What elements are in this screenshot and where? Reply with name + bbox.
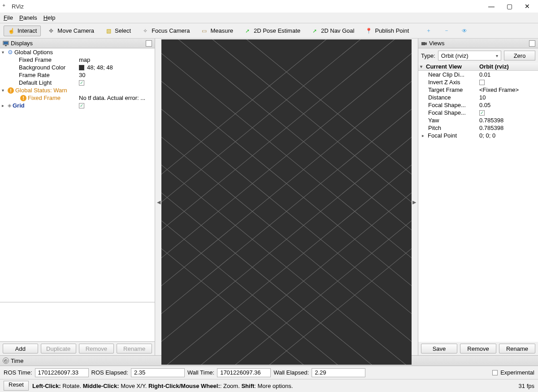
grid-mesh-icon: ◈	[8, 103, 11, 108]
maximize-button[interactable]: ▢	[500, 0, 518, 13]
eye-icon: 👁	[461, 27, 468, 34]
pin-icon: 📍	[365, 27, 372, 34]
gear-icon: ⚙	[8, 49, 13, 56]
svg-line-17	[161, 39, 412, 253]
save-view-button[interactable]: Save	[421, 344, 457, 353]
time-row: ROS Time: ROS Elapsed: Wall Time: Wall E…	[0, 366, 538, 379]
monitor-icon	[3, 40, 9, 47]
toolbar: ☝ Interact ✥ Move Camera ▧ Select ✧ Focu…	[0, 23, 538, 39]
frame-rate-value[interactable]: 30	[77, 71, 155, 79]
tool-publish-point[interactable]: 📍 Publish Point	[361, 26, 413, 36]
experimental-checkbox[interactable]	[492, 370, 498, 375]
svg-line-15	[161, 58, 412, 309]
chevron-down-icon: ▾	[496, 53, 498, 58]
tool-select[interactable]: ▧ Select	[101, 26, 135, 36]
menu-help[interactable]: Help	[43, 14, 56, 21]
fps-counter: 31 fps	[519, 383, 534, 389]
svg-line-8	[161, 39, 412, 198]
wall-time-input[interactable]	[217, 368, 271, 377]
close-button[interactable]: ✕	[518, 0, 536, 13]
focus-icon: ✧	[142, 27, 149, 34]
tool-focus-camera[interactable]: ✧ Focus Camera	[138, 26, 194, 36]
camera-icon	[421, 40, 427, 47]
default-light-checkbox[interactable]: ✓	[79, 80, 84, 86]
svg-line-20	[161, 114, 412, 365]
panel-float-toggle[interactable]	[529, 40, 535, 47]
menu-panels[interactable]: Panels	[19, 14, 37, 21]
duplicate-button[interactable]: Duplicate	[41, 344, 76, 353]
minimize-button[interactable]: —	[482, 0, 500, 13]
focal-size-value[interactable]: 0.05	[477, 101, 538, 109]
distance-value[interactable]: 10	[477, 94, 538, 101]
zero-button[interactable]: Zero	[504, 51, 535, 60]
remove-view-button[interactable]: Remove	[460, 344, 496, 353]
ruler-icon: ▭	[200, 27, 208, 34]
displays-tree[interactable]: ▾⚙Global Options Fixed Frame map Backgro…	[0, 48, 155, 302]
tool-add-display[interactable]: ＋	[421, 26, 436, 36]
add-button[interactable]: Add	[3, 344, 38, 353]
window-title: RViz	[12, 3, 482, 10]
ros-time-input[interactable]	[35, 368, 89, 377]
tree-expand-icon[interactable]: ▸	[422, 133, 426, 138]
move-icon: ✥	[48, 27, 55, 34]
status-hint: Left-Click: Rotate. Middle-Click: Move X…	[32, 383, 293, 389]
select-icon: ▧	[105, 27, 112, 34]
svg-line-6	[161, 39, 412, 253]
3d-viewport[interactable]	[161, 39, 412, 365]
near-clip-value[interactable]: 0.01	[477, 71, 538, 78]
warn-icon: !	[20, 95, 26, 101]
experimental-label: Experimental	[500, 369, 534, 376]
menu-file[interactable]: File	[4, 14, 13, 21]
wall-elapsed-label: Wall Elapsed:	[273, 369, 309, 376]
tree-expand-icon[interactable]: ▸	[2, 103, 6, 108]
right-splitter-handle[interactable]: ▶	[412, 39, 417, 365]
tool-visibility[interactable]: 👁	[457, 26, 472, 36]
displays-panel-header[interactable]: Displays	[0, 39, 155, 48]
status-bar: Reset Left-Click: Rotate. Middle-Click: …	[0, 379, 538, 392]
remove-button[interactable]: Remove	[79, 344, 114, 353]
tool-remove-display[interactable]: －	[439, 26, 454, 36]
views-tree[interactable]: ▾Current View Orbit (rviz) Near Clip Di.…	[418, 63, 538, 342]
svg-line-23	[161, 198, 412, 365]
menu-bar: File Panels Help	[0, 13, 538, 23]
wall-elapsed-input[interactable]	[312, 368, 365, 377]
window-titlebar: ✦ RViz — ▢ ✕	[0, 0, 538, 13]
ros-elapsed-input[interactable]	[131, 368, 185, 377]
focal-fixed-checkbox[interactable]: ✓	[479, 110, 485, 116]
target-frame-value[interactable]: <Fixed Frame>	[477, 86, 538, 94]
focal-point-value[interactable]: 0; 0; 0	[477, 132, 538, 139]
tool-2d-nav-goal[interactable]: ➚ 2D Nav Goal	[307, 26, 358, 36]
fixed-frame-value[interactable]: map	[77, 56, 155, 64]
svg-rect-1	[4, 42, 8, 44]
color-swatch	[79, 65, 84, 70]
rename-button[interactable]: Rename	[117, 344, 152, 353]
background-color-value[interactable]: 48; 48; 48	[77, 64, 155, 71]
tree-collapse-icon[interactable]: ▾	[2, 50, 6, 55]
tool-interact[interactable]: ☝ Interact	[4, 26, 41, 36]
tree-collapse-icon[interactable]: ▾	[2, 88, 6, 93]
warn-icon: !	[8, 87, 14, 94]
pitch-value[interactable]: 0.785398	[477, 124, 538, 132]
tool-move-camera[interactable]: ✥ Move Camera	[43, 26, 98, 36]
type-label: Type:	[421, 52, 435, 59]
views-panel-header[interactable]: Views	[418, 39, 538, 48]
svg-line-19	[161, 39, 412, 198]
arrow-green-icon: ➚	[244, 27, 251, 34]
description-pane	[0, 302, 155, 342]
tool-2d-pose-estimate[interactable]: ➚ 2D Pose Estimate	[240, 26, 304, 36]
svg-line-12	[161, 198, 412, 365]
wall-time-label: Wall Time:	[187, 369, 214, 376]
left-splitter-handle[interactable]: ◀	[156, 39, 161, 365]
panel-float-toggle[interactable]	[146, 40, 152, 47]
grid-checkbox[interactable]: ✓	[79, 103, 84, 108]
tree-collapse-icon[interactable]: ▾	[420, 64, 425, 69]
svg-line-5	[161, 39, 412, 281]
yaw-value[interactable]: 0.785398	[477, 116, 538, 124]
tool-measure[interactable]: ▭ Measure	[196, 26, 237, 36]
rename-view-button[interactable]: Rename	[499, 344, 535, 353]
invert-z-checkbox[interactable]	[479, 80, 485, 85]
reset-button[interactable]: Reset	[4, 381, 29, 391]
rviz-icon: ✦	[2, 3, 9, 10]
arrow-green-icon: ➚	[311, 27, 318, 34]
view-type-select[interactable]: Orbit (rviz)▾	[438, 51, 501, 60]
